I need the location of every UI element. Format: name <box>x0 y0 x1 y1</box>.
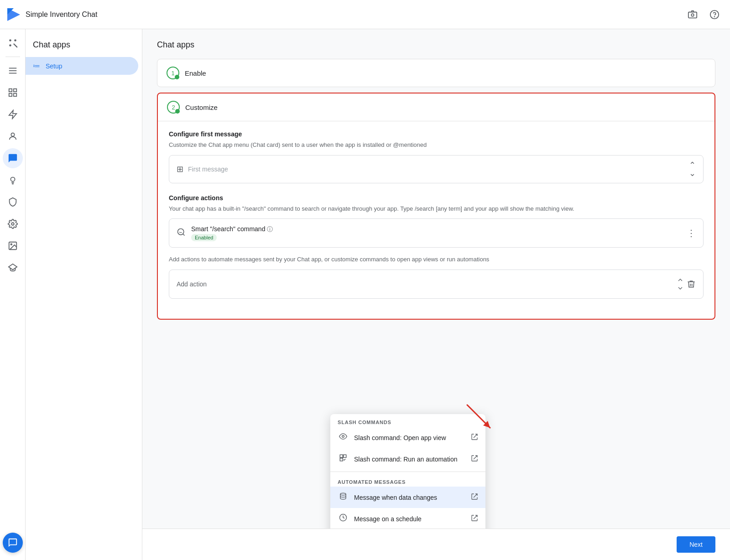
rail-icon-chat[interactable] <box>3 148 23 168</box>
svg-rect-30 <box>340 458 343 461</box>
rail-icon-widget[interactable] <box>3 126 23 146</box>
dropdown-item-open-app-view[interactable]: Slash command: Open app view <box>330 427 485 448</box>
step-number-1: 1 <box>167 67 179 79</box>
rail-icon-grid[interactable] <box>3 83 23 103</box>
dropdown-item-run-automation[interactable]: Slash command: Run an automation <box>330 448 485 470</box>
help-icon[interactable] <box>706 6 723 23</box>
automated-messages-section-title: AUTOMATED MESSAGES <box>330 474 485 487</box>
action-arrows <box>677 276 684 292</box>
configure-actions: Configure actions Your chat app has a bu… <box>169 194 704 299</box>
search-action-icon <box>177 228 186 239</box>
step2-label: Customize <box>185 104 218 111</box>
main-content: Chat apps 1 Enable 2 <box>142 29 730 529</box>
first-message-placeholder: First message <box>188 166 684 173</box>
svg-rect-28 <box>340 455 343 457</box>
svg-point-6 <box>9 39 11 41</box>
svg-point-3 <box>691 14 694 16</box>
schedule-icon <box>338 513 349 524</box>
app-layout: Chat apps ≔ Setup Chat apps 1 Enable <box>0 29 730 560</box>
dropdown-schedule-action <box>471 514 478 524</box>
page-title: Chat apps <box>157 40 715 50</box>
step-tab-customize-header[interactable]: 2 Customize <box>158 93 714 121</box>
step-tab-enable-header[interactable]: 1 Enable <box>157 59 715 87</box>
rail-icon-list[interactable] <box>3 61 23 81</box>
dropdown-item-data-changes[interactable]: Message when data changes <box>330 487 485 508</box>
icon-rail <box>0 29 26 560</box>
svg-rect-29 <box>344 455 346 457</box>
slash-commands-section-title: SLASH COMMANDS <box>330 414 485 427</box>
content-wrapper: Chat apps 1 Enable 2 <box>157 40 715 518</box>
setup-icon: ≔ <box>33 62 40 70</box>
svg-line-23 <box>183 233 185 235</box>
actions-title: Configure actions <box>169 194 704 202</box>
step-tab-customize: 2 Customize Configure first message Cust… <box>157 93 715 320</box>
topbar-logo <box>7 8 20 21</box>
main-area: Chat apps 1 Enable 2 <box>142 29 730 560</box>
rail-icon-shield[interactable] <box>3 192 23 212</box>
svg-point-5 <box>714 16 715 17</box>
delete-icon[interactable] <box>687 280 696 289</box>
smart-search-label: Smart "/search" command <box>191 225 267 233</box>
first-message-input[interactable]: ⊞ First message ⌃ ⌄ <box>169 155 704 183</box>
sidebar-item-setup[interactable]: ≔ Setup <box>26 57 138 75</box>
actions-desc: Your chat app has a built-in "/search" c… <box>169 204 704 213</box>
step-number-2: 2 <box>167 101 180 114</box>
svg-rect-2 <box>688 12 697 18</box>
data-changes-icon <box>338 492 349 503</box>
step2-check-dot <box>175 109 180 114</box>
svg-point-21 <box>10 244 12 245</box>
dropdown-divider <box>330 472 485 472</box>
dropdown-data-changes-action <box>471 493 478 502</box>
step-tab-enable: 1 Enable <box>157 59 715 87</box>
topbar-title: Simple Inventory Chat <box>26 10 679 19</box>
topbar: Simple Inventory Chat <box>0 0 730 29</box>
add-action-desc: Add actions to automate messages sent by… <box>169 255 704 264</box>
dropdown-run-automation-label: Slash command: Run an automation <box>354 456 465 463</box>
fab-chat[interactable] <box>3 533 23 553</box>
info-icon: ⓘ <box>267 226 273 233</box>
configure-first-message: Configure first message Customize the Ch… <box>169 130 704 183</box>
input-arrows: ⌃ ⌄ <box>689 161 696 177</box>
action-menu-icon[interactable]: ⋮ <box>687 228 696 239</box>
rail-icon-bulb[interactable] <box>3 170 23 190</box>
dropdown-menu: SLASH COMMANDS Slash command: Open app v… <box>330 414 485 529</box>
plus-box-icon: ⊞ <box>177 164 183 174</box>
svg-point-22 <box>178 228 184 234</box>
topbar-icons <box>684 6 723 23</box>
smart-search-text: Smart "/search" command ⓘ Enabled <box>191 225 681 241</box>
sidebar-title: Chat apps <box>26 36 142 57</box>
action-row-text: Add action <box>177 280 677 288</box>
svg-rect-15 <box>13 93 16 96</box>
rail-icon-settings[interactable] <box>3 214 23 234</box>
svg-point-7 <box>14 39 16 41</box>
svg-rect-12 <box>9 89 11 92</box>
step1-check-dot <box>175 75 179 79</box>
rail-divider <box>5 57 20 57</box>
svg-point-8 <box>9 44 11 47</box>
action-row: Add action <box>169 270 704 299</box>
dropdown-item-schedule[interactable]: Message on a schedule <box>330 508 485 529</box>
sidebar-item-setup-label: Setup <box>46 62 63 70</box>
rail-icon-bolt[interactable] <box>3 104 23 124</box>
rail-icon-tools[interactable] <box>3 33 23 53</box>
smart-search-action: Smart "/search" command ⓘ Enabled ⋮ <box>169 218 704 248</box>
rail-icon-image[interactable] <box>3 236 23 256</box>
rail-icon-graduation[interactable] <box>3 258 23 278</box>
next-button[interactable]: Next <box>677 536 715 553</box>
bottom-bar: Next <box>142 529 730 560</box>
dropdown-data-changes-label: Message when data changes <box>354 494 465 501</box>
dropdown-run-automation-action <box>471 455 478 464</box>
svg-rect-14 <box>9 93 11 96</box>
svg-marker-16 <box>9 110 16 119</box>
svg-point-17 <box>11 133 14 136</box>
run-automation-icon <box>338 454 349 464</box>
enabled-badge: Enabled <box>191 234 217 241</box>
first-message-title: Configure first message <box>169 130 704 138</box>
step1-label: Enable <box>185 69 206 77</box>
step2-content: Configure first message Customize the Ch… <box>158 121 714 319</box>
eye-icon <box>338 432 349 443</box>
camera-icon[interactable] <box>684 6 701 23</box>
svg-point-18 <box>10 177 15 181</box>
dropdown-open-app-view-action <box>471 433 478 442</box>
dropdown-schedule-label: Message on a schedule <box>354 515 465 523</box>
